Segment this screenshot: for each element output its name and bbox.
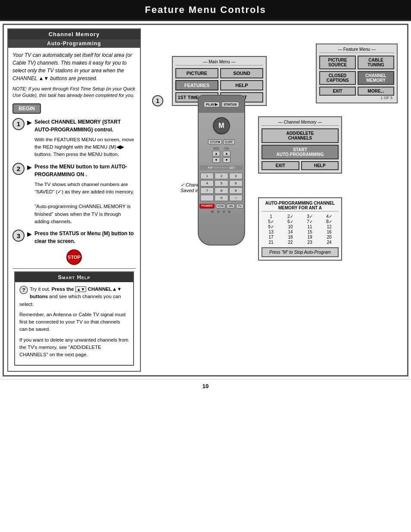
channel-memory-menu-label: — Channel Memory — <box>262 120 339 126</box>
ch-mem-add-delete[interactable]: ADD/DELETECHANNELS <box>262 128 339 143</box>
auto-prog-title: AUTO-PROGRAMMING CHANNEL MEMORY FOR ANT … <box>262 201 339 212</box>
step-3: 3 ▶ Press the STATUS or Menu (M) button … <box>12 230 136 245</box>
ch-mem-start-auto[interactable]: STARTAUTO-PROGRAMMING <box>262 145 339 159</box>
feature-btn-exit[interactable]: EXIT <box>319 87 356 96</box>
step-2-number: 2 <box>12 163 25 175</box>
feature-btn-closed-captions[interactable]: CLOSEDCAPTIONS <box>319 71 356 85</box>
step-1: 1 ▶ Select CHANNEL MEMORY (START AUTO-PR… <box>12 118 136 159</box>
channel-memory-menu-box: — Channel Memory — ADD/DELETECHANNELS ST… <box>258 116 342 174</box>
note-text: NOTE: If you went through First Time Set… <box>12 86 136 99</box>
feature-btn-picture-source[interactable]: PICTURESOURCE <box>319 56 356 69</box>
section-title: Channel Memory <box>8 29 140 39</box>
step-2-arrow: ▶ <box>27 164 32 171</box>
page-number: 10 <box>0 379 411 393</box>
step-2-title: Press the MENU button to turn AUTO-PROGR… <box>34 164 127 177</box>
right-panel: 1 2 3 — Main Menu — PICTURE SOUND FEATUR… <box>144 28 404 372</box>
step-3-title: Press the STATUS or Menu (M) button to c… <box>34 230 134 244</box>
ch-mem-exit[interactable]: EXIT <box>262 161 299 170</box>
step-1-detail: With the FEATURES MENU on screen, move t… <box>34 136 136 159</box>
right-step-1-badge: 1 <box>152 95 163 106</box>
feature-menu-box: — Feature Menu — PICTURESOURCE CABLETUNI… <box>316 44 398 103</box>
smart-help-p1: ? Try it out. Press the ▲▼ CHANNEL▲▼ but… <box>19 286 129 308</box>
menu-btn-features[interactable]: FEATURES <box>175 80 218 90</box>
ch-mem-help[interactable]: HELP <box>301 161 339 170</box>
feature-btn-cable-tuning[interactable]: CABLETUNING <box>358 56 394 69</box>
step-2: 2 ▶ Press the MENU button to turn AUTO-P… <box>12 163 136 226</box>
intro-text: Your TV can automatically set itself for… <box>12 51 136 82</box>
step-3-number: 3 <box>12 230 25 242</box>
stop-button[interactable]: STOP <box>66 249 82 265</box>
smart-help-title: Smart Help <box>15 272 133 282</box>
header-title: Feature Menu Controls <box>145 4 266 15</box>
feature-btn-more[interactable]: MORE... <box>358 87 394 96</box>
smart-help-box: Smart Help ? Try it out. Press the ▲▼ CH… <box>14 271 134 366</box>
menu-btn-picture[interactable]: PICTURE <box>175 68 218 78</box>
press-m-note: Press "M" to Stop Auto-Program <box>262 247 339 257</box>
left-panel: Channel Memory Auto-Programming Your TV … <box>7 28 141 372</box>
feature-btn-channel-memory[interactable]: CHANNELMEMORY <box>358 71 394 85</box>
smart-help-p2: Remember, an Antenna or Cable TV signal … <box>19 311 129 333</box>
step-3-arrow: ▶ <box>27 230 32 237</box>
auto-prog-box: AUTO-PROGRAMMING CHANNEL MEMORY FOR ANT … <box>258 197 342 261</box>
step-1-arrow: ▶ <box>27 119 32 126</box>
section-subtitle: Auto-Programming <box>8 39 140 48</box>
step-1-number: 1 <box>12 118 25 130</box>
smart-help-p3: If you want to delete any unwanted chann… <box>19 336 129 359</box>
menu-btn-help[interactable]: HELP <box>220 80 263 90</box>
auto-prog-channel-grid: 1 2✓ 3✓ 4✓ 5✓ 6✓ 7✓ 8✓ 9✓ 10 11 12 13 14 <box>262 214 339 245</box>
feature-menu-label: — Feature Menu — <box>319 47 394 53</box>
feature-menu-count: 1 OF 5 <box>319 96 394 100</box>
page-header: Feature Menu Controls <box>0 0 411 21</box>
step-1-title: Select CHANNEL MEMORY (START AUTO-PROGRA… <box>34 119 121 133</box>
main-menu-label: — Main Menu — <box>175 59 263 65</box>
smart-help-icon: ? <box>19 286 28 294</box>
svg-text:?: ? <box>22 287 25 292</box>
remote-control: PLAY▶ STATUS M STOP■ SURF <box>198 95 245 246</box>
menu-btn-sound[interactable]: SOUND <box>220 68 263 78</box>
step-2-detail: The TV shows which channel numbers are "… <box>34 181 136 226</box>
begin-button[interactable]: BEGIN <box>12 103 41 114</box>
